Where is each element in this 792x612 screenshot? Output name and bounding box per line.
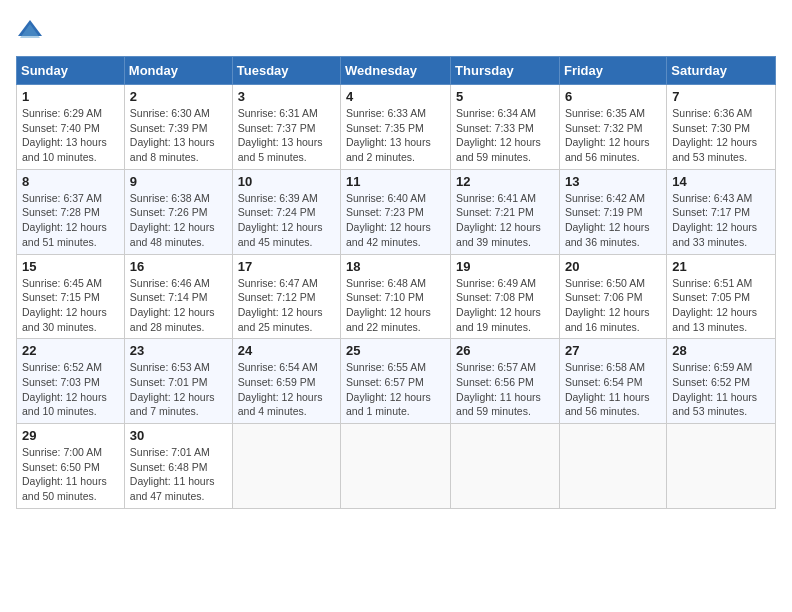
day-info: Sunrise: 6:36 AMSunset: 7:30 PMDaylight:… bbox=[672, 107, 757, 163]
day-info: Sunrise: 6:34 AMSunset: 7:33 PMDaylight:… bbox=[456, 107, 541, 163]
day-info: Sunrise: 6:46 AMSunset: 7:14 PMDaylight:… bbox=[130, 277, 215, 333]
day-number: 18 bbox=[346, 259, 445, 274]
day-number: 30 bbox=[130, 428, 227, 443]
day-info: Sunrise: 6:39 AMSunset: 7:24 PMDaylight:… bbox=[238, 192, 323, 248]
calendar-day-cell: 13Sunrise: 6:42 AMSunset: 7:19 PMDayligh… bbox=[559, 169, 666, 254]
day-info: Sunrise: 6:43 AMSunset: 7:17 PMDaylight:… bbox=[672, 192, 757, 248]
day-info: Sunrise: 6:51 AMSunset: 7:05 PMDaylight:… bbox=[672, 277, 757, 333]
day-number: 7 bbox=[672, 89, 770, 104]
logo bbox=[16, 16, 48, 44]
calendar-day-cell: 14Sunrise: 6:43 AMSunset: 7:17 PMDayligh… bbox=[667, 169, 776, 254]
calendar-day-cell: 9Sunrise: 6:38 AMSunset: 7:26 PMDaylight… bbox=[124, 169, 232, 254]
day-info: Sunrise: 6:52 AMSunset: 7:03 PMDaylight:… bbox=[22, 361, 107, 417]
day-info: Sunrise: 6:47 AMSunset: 7:12 PMDaylight:… bbox=[238, 277, 323, 333]
day-info: Sunrise: 6:40 AMSunset: 7:23 PMDaylight:… bbox=[346, 192, 431, 248]
calendar-day-cell: 11Sunrise: 6:40 AMSunset: 7:23 PMDayligh… bbox=[341, 169, 451, 254]
calendar-day-cell: 23Sunrise: 6:53 AMSunset: 7:01 PMDayligh… bbox=[124, 339, 232, 424]
day-info: Sunrise: 6:54 AMSunset: 6:59 PMDaylight:… bbox=[238, 361, 323, 417]
calendar-day-cell: 10Sunrise: 6:39 AMSunset: 7:24 PMDayligh… bbox=[232, 169, 340, 254]
calendar-day-cell: 25Sunrise: 6:55 AMSunset: 6:57 PMDayligh… bbox=[341, 339, 451, 424]
day-info: Sunrise: 6:59 AMSunset: 6:52 PMDaylight:… bbox=[672, 361, 757, 417]
calendar-table: SundayMondayTuesdayWednesdayThursdayFrid… bbox=[16, 56, 776, 509]
logo-icon bbox=[16, 16, 44, 44]
calendar-day-cell: 16Sunrise: 6:46 AMSunset: 7:14 PMDayligh… bbox=[124, 254, 232, 339]
day-number: 27 bbox=[565, 343, 661, 358]
day-info: Sunrise: 6:41 AMSunset: 7:21 PMDaylight:… bbox=[456, 192, 541, 248]
day-number: 10 bbox=[238, 174, 335, 189]
weekday-header: Thursday bbox=[451, 57, 560, 85]
weekday-header: Saturday bbox=[667, 57, 776, 85]
day-info: Sunrise: 6:57 AMSunset: 6:56 PMDaylight:… bbox=[456, 361, 541, 417]
calendar-day-cell bbox=[559, 424, 666, 509]
day-number: 16 bbox=[130, 259, 227, 274]
calendar-day-cell: 5Sunrise: 6:34 AMSunset: 7:33 PMDaylight… bbox=[451, 85, 560, 170]
calendar-day-cell: 29Sunrise: 7:00 AMSunset: 6:50 PMDayligh… bbox=[17, 424, 125, 509]
day-number: 19 bbox=[456, 259, 554, 274]
day-number: 3 bbox=[238, 89, 335, 104]
day-info: Sunrise: 6:37 AMSunset: 7:28 PMDaylight:… bbox=[22, 192, 107, 248]
weekday-header: Wednesday bbox=[341, 57, 451, 85]
day-info: Sunrise: 7:01 AMSunset: 6:48 PMDaylight:… bbox=[130, 446, 215, 502]
calendar-day-cell: 17Sunrise: 6:47 AMSunset: 7:12 PMDayligh… bbox=[232, 254, 340, 339]
day-info: Sunrise: 6:55 AMSunset: 6:57 PMDaylight:… bbox=[346, 361, 431, 417]
day-number: 14 bbox=[672, 174, 770, 189]
day-number: 17 bbox=[238, 259, 335, 274]
day-info: Sunrise: 6:50 AMSunset: 7:06 PMDaylight:… bbox=[565, 277, 650, 333]
weekday-header: Monday bbox=[124, 57, 232, 85]
calendar-week-row: 29Sunrise: 7:00 AMSunset: 6:50 PMDayligh… bbox=[17, 424, 776, 509]
calendar-day-cell: 27Sunrise: 6:58 AMSunset: 6:54 PMDayligh… bbox=[559, 339, 666, 424]
day-number: 4 bbox=[346, 89, 445, 104]
day-number: 11 bbox=[346, 174, 445, 189]
day-number: 28 bbox=[672, 343, 770, 358]
day-number: 6 bbox=[565, 89, 661, 104]
day-number: 12 bbox=[456, 174, 554, 189]
day-info: Sunrise: 6:53 AMSunset: 7:01 PMDaylight:… bbox=[130, 361, 215, 417]
day-number: 24 bbox=[238, 343, 335, 358]
day-number: 15 bbox=[22, 259, 119, 274]
calendar-day-cell: 2Sunrise: 6:30 AMSunset: 7:39 PMDaylight… bbox=[124, 85, 232, 170]
calendar-day-cell: 7Sunrise: 6:36 AMSunset: 7:30 PMDaylight… bbox=[667, 85, 776, 170]
day-info: Sunrise: 6:42 AMSunset: 7:19 PMDaylight:… bbox=[565, 192, 650, 248]
calendar-day-cell: 26Sunrise: 6:57 AMSunset: 6:56 PMDayligh… bbox=[451, 339, 560, 424]
calendar-day-cell: 20Sunrise: 6:50 AMSunset: 7:06 PMDayligh… bbox=[559, 254, 666, 339]
day-info: Sunrise: 6:49 AMSunset: 7:08 PMDaylight:… bbox=[456, 277, 541, 333]
calendar-day-cell: 3Sunrise: 6:31 AMSunset: 7:37 PMDaylight… bbox=[232, 85, 340, 170]
day-number: 20 bbox=[565, 259, 661, 274]
calendar-day-cell: 12Sunrise: 6:41 AMSunset: 7:21 PMDayligh… bbox=[451, 169, 560, 254]
weekday-header: Tuesday bbox=[232, 57, 340, 85]
day-number: 29 bbox=[22, 428, 119, 443]
calendar-day-cell: 1Sunrise: 6:29 AMSunset: 7:40 PMDaylight… bbox=[17, 85, 125, 170]
calendar-day-cell: 30Sunrise: 7:01 AMSunset: 6:48 PMDayligh… bbox=[124, 424, 232, 509]
day-number: 2 bbox=[130, 89, 227, 104]
weekday-header: Friday bbox=[559, 57, 666, 85]
calendar-day-cell: 8Sunrise: 6:37 AMSunset: 7:28 PMDaylight… bbox=[17, 169, 125, 254]
calendar-week-row: 8Sunrise: 6:37 AMSunset: 7:28 PMDaylight… bbox=[17, 169, 776, 254]
day-number: 13 bbox=[565, 174, 661, 189]
calendar-day-cell: 19Sunrise: 6:49 AMSunset: 7:08 PMDayligh… bbox=[451, 254, 560, 339]
calendar-day-cell bbox=[232, 424, 340, 509]
day-number: 26 bbox=[456, 343, 554, 358]
calendar-day-cell bbox=[667, 424, 776, 509]
day-info: Sunrise: 6:30 AMSunset: 7:39 PMDaylight:… bbox=[130, 107, 215, 163]
calendar-week-row: 1Sunrise: 6:29 AMSunset: 7:40 PMDaylight… bbox=[17, 85, 776, 170]
calendar-day-cell: 24Sunrise: 6:54 AMSunset: 6:59 PMDayligh… bbox=[232, 339, 340, 424]
day-info: Sunrise: 6:45 AMSunset: 7:15 PMDaylight:… bbox=[22, 277, 107, 333]
calendar-day-cell: 6Sunrise: 6:35 AMSunset: 7:32 PMDaylight… bbox=[559, 85, 666, 170]
calendar-day-cell: 22Sunrise: 6:52 AMSunset: 7:03 PMDayligh… bbox=[17, 339, 125, 424]
weekday-header-row: SundayMondayTuesdayWednesdayThursdayFrid… bbox=[17, 57, 776, 85]
day-number: 21 bbox=[672, 259, 770, 274]
weekday-header: Sunday bbox=[17, 57, 125, 85]
day-info: Sunrise: 6:29 AMSunset: 7:40 PMDaylight:… bbox=[22, 107, 107, 163]
calendar-week-row: 15Sunrise: 6:45 AMSunset: 7:15 PMDayligh… bbox=[17, 254, 776, 339]
day-number: 25 bbox=[346, 343, 445, 358]
calendar-day-cell: 15Sunrise: 6:45 AMSunset: 7:15 PMDayligh… bbox=[17, 254, 125, 339]
day-number: 9 bbox=[130, 174, 227, 189]
day-info: Sunrise: 6:35 AMSunset: 7:32 PMDaylight:… bbox=[565, 107, 650, 163]
calendar-day-cell bbox=[341, 424, 451, 509]
calendar-week-row: 22Sunrise: 6:52 AMSunset: 7:03 PMDayligh… bbox=[17, 339, 776, 424]
day-number: 23 bbox=[130, 343, 227, 358]
calendar-day-cell: 18Sunrise: 6:48 AMSunset: 7:10 PMDayligh… bbox=[341, 254, 451, 339]
day-info: Sunrise: 6:38 AMSunset: 7:26 PMDaylight:… bbox=[130, 192, 215, 248]
calendar-day-cell bbox=[451, 424, 560, 509]
page-header bbox=[16, 16, 776, 44]
